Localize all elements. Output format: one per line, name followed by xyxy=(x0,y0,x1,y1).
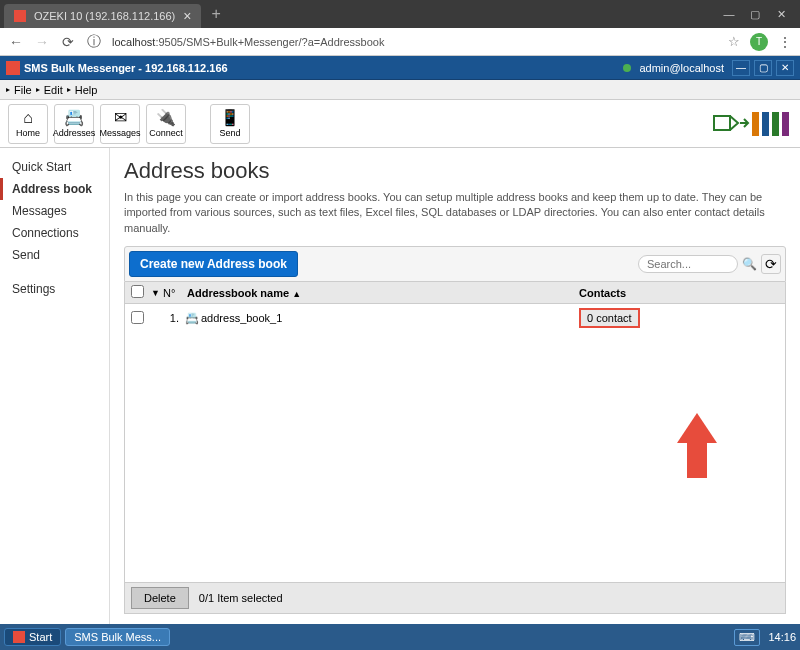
sort-icon[interactable]: ▼ xyxy=(151,288,163,298)
app-header: SMS Bulk Messenger - 192.168.112.166 adm… xyxy=(0,56,800,80)
page-description: In this page you can create or import ad… xyxy=(124,190,786,236)
profile-button[interactable]: T xyxy=(750,33,768,51)
sidebar: Quick Start Address book Messages Connec… xyxy=(0,148,110,624)
browser-titlebar: OZEKI 10 (192.168.112.166) × + — ▢ ✕ xyxy=(0,0,800,28)
banner-image xyxy=(712,106,792,142)
app-minimize-icon[interactable]: — xyxy=(732,60,750,76)
addressbook-icon: 📇 xyxy=(64,110,84,126)
table-header: ▼ N° Addressbook name ▲ Contacts xyxy=(124,282,786,304)
th-contacts[interactable]: Contacts xyxy=(579,287,779,299)
sidebar-item-addressbook[interactable]: Address book xyxy=(0,178,109,200)
row-checkbox[interactable] xyxy=(131,311,144,324)
new-tab-button[interactable]: + xyxy=(201,5,230,23)
menu-bar: ▸ File ▸ Edit ▸ Help xyxy=(0,80,800,100)
row-name: address_book_1 xyxy=(201,312,579,324)
table-row[interactable]: 1. 📇 address_book_1 0 contact xyxy=(125,304,785,332)
menu-file[interactable]: File xyxy=(10,84,36,96)
content: Address books In this page you can creat… xyxy=(110,148,800,624)
browser-tab[interactable]: OZEKI 10 (192.168.112.166) × xyxy=(4,4,201,28)
status-dot-icon xyxy=(623,64,631,72)
start-button[interactable]: Start xyxy=(4,628,61,646)
maximize-icon[interactable]: ▢ xyxy=(748,8,762,21)
sort-asc-icon: ▲ xyxy=(292,289,301,299)
app-logo-icon xyxy=(6,61,20,75)
taskbar-app-button[interactable]: SMS Bulk Mess... xyxy=(65,628,170,646)
bookmark-icon[interactable]: ☆ xyxy=(728,34,740,49)
table-footer: Delete 0/1 Item selected xyxy=(124,583,786,614)
messages-button[interactable]: ✉ Messages xyxy=(100,104,140,144)
home-icon: ⌂ xyxy=(23,110,33,126)
addressbook-icon: 📇 xyxy=(185,312,201,325)
taskbar: Start SMS Bulk Mess... ⌨ 14:16 xyxy=(0,624,800,650)
reload-icon[interactable]: ⟳ xyxy=(60,34,76,50)
page-title: Address books xyxy=(124,158,786,184)
clock: 14:16 xyxy=(768,631,796,643)
close-icon[interactable]: ✕ xyxy=(774,8,788,21)
selection-status: 0/1 Item selected xyxy=(199,592,283,604)
action-bar: Create new Address book 🔍 ⟳ xyxy=(124,246,786,282)
select-all-checkbox[interactable] xyxy=(131,285,144,298)
svg-rect-1 xyxy=(762,112,769,136)
browser-address-bar: ← → ⟳ ⓘ localhost:9505/SMS+Bulk+Messenge… xyxy=(0,28,800,56)
sidebar-item-settings[interactable]: Settings xyxy=(0,278,109,300)
plug-icon: 🔌 xyxy=(156,110,176,126)
user-label[interactable]: admin@localhost xyxy=(639,62,724,74)
sidebar-item-quickstart[interactable]: Quick Start xyxy=(0,156,109,178)
browser-menu-icon[interactable]: ⋮ xyxy=(778,34,792,50)
envelope-icon: ✉ xyxy=(114,110,127,126)
info-icon[interactable]: ⓘ xyxy=(86,33,102,51)
table-body: 1. 📇 address_book_1 0 contact xyxy=(124,304,786,583)
th-name[interactable]: Addressbook name ▲ xyxy=(187,287,579,299)
send-button[interactable]: 📱 Send xyxy=(210,104,250,144)
search-icon[interactable]: 🔍 xyxy=(742,257,757,271)
sidebar-item-connections[interactable]: Connections xyxy=(0,222,109,244)
start-icon xyxy=(13,631,25,643)
delete-button[interactable]: Delete xyxy=(131,587,189,609)
svg-rect-2 xyxy=(772,112,779,136)
phone-icon: 📱 xyxy=(220,110,240,126)
home-button[interactable]: ⌂ Home xyxy=(8,104,48,144)
close-icon[interactable]: × xyxy=(183,8,191,24)
tab-title: OZEKI 10 (192.168.112.166) xyxy=(34,10,175,22)
svg-rect-0 xyxy=(752,112,759,136)
keyboard-icon[interactable]: ⌨ xyxy=(734,629,760,646)
create-addressbook-button[interactable]: Create new Address book xyxy=(129,251,298,277)
svg-rect-3 xyxy=(782,112,789,136)
minimize-icon[interactable]: — xyxy=(722,8,736,21)
tab-favicon xyxy=(14,10,26,22)
sidebar-item-messages[interactable]: Messages xyxy=(0,200,109,222)
connect-button[interactable]: 🔌 Connect xyxy=(146,104,186,144)
menu-edit[interactable]: Edit xyxy=(40,84,67,96)
app-close-icon[interactable]: ✕ xyxy=(776,60,794,76)
contacts-count-button[interactable]: 0 contact xyxy=(579,308,640,328)
row-number: 1. xyxy=(151,312,185,324)
back-icon[interactable]: ← xyxy=(8,34,24,50)
search-input[interactable] xyxy=(638,255,738,273)
forward-icon: → xyxy=(34,34,50,50)
main: Quick Start Address book Messages Connec… xyxy=(0,148,800,624)
addresses-button[interactable]: 📇 Addresses xyxy=(54,104,94,144)
menu-help[interactable]: Help xyxy=(71,84,102,96)
refresh-icon[interactable]: ⟳ xyxy=(761,254,781,274)
th-number[interactable]: N° xyxy=(163,287,187,299)
app-title: SMS Bulk Messenger - 192.168.112.166 xyxy=(24,62,228,74)
url-input[interactable]: localhost:9505/SMS+Bulk+Messenger/?a=Add… xyxy=(112,36,718,48)
sidebar-item-send[interactable]: Send xyxy=(0,244,109,266)
app-maximize-icon[interactable]: ▢ xyxy=(754,60,772,76)
toolbar: ⌂ Home 📇 Addresses ✉ Messages 🔌 Connect … xyxy=(0,100,800,148)
